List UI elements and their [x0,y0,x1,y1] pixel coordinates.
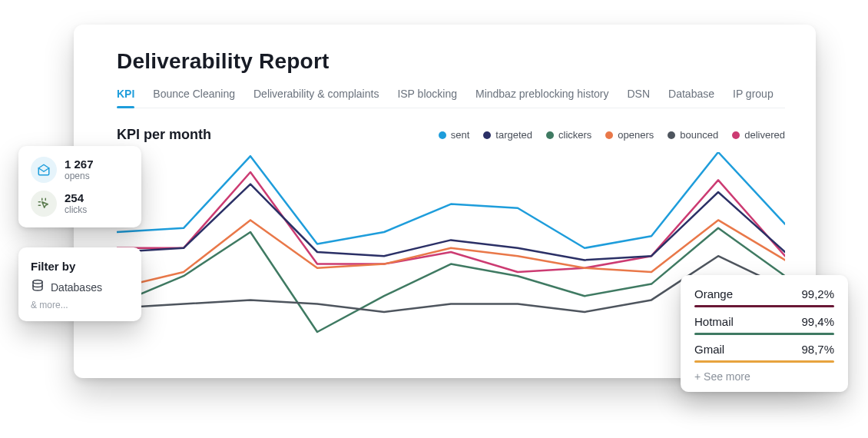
filter-title: Filter by [31,260,129,273]
series-sent [117,152,785,248]
isp-name: Orange [694,287,733,300]
tab-bounce-cleaning[interactable]: Bounce Cleaning [153,88,235,108]
legend-label: openers [618,129,654,141]
tab-kpi[interactable]: KPI [117,88,134,108]
stat-clicks: 254 clicks [31,191,129,217]
svg-point-0 [33,280,42,284]
stat-opens: 1 267 opens [31,157,129,183]
legend-sent: sent [439,129,470,141]
stat-clicks-label: clicks [65,204,87,215]
legend-dot-icon [732,131,740,139]
isp-row-orange: Orange99,2% [694,287,834,307]
legend-delivered: delivered [732,129,785,141]
isp-see-more[interactable]: + See more [694,370,834,383]
isp-name: Hotmail [694,315,734,328]
legend-label: sent [451,129,470,141]
tab-dsn[interactable]: DSN [628,88,651,108]
filter-more[interactable]: & more... [31,300,129,310]
legend-label: clickers [558,129,591,141]
stat-opens-value: 1 267 [65,158,94,171]
filter-databases[interactable]: Databases [31,279,129,295]
legend-dot-icon [546,131,554,139]
isp-row-hotmail: Hotmail99,4% [694,315,834,335]
page-title: Deliverability Report [117,49,785,74]
envelope-icon [31,157,57,183]
tab-ip-group[interactable]: IP group [733,88,774,108]
tab-deliverability-complaints[interactable]: Deliverability & complaints [253,88,379,108]
filter-card: Filter by Databases & more... [18,247,141,321]
isp-bar [694,360,834,363]
legend-label: bounced [680,129,718,141]
chart-legend: senttargetedclickersopenersbounceddelive… [439,129,785,141]
tab-database[interactable]: Database [668,88,714,108]
stat-clicks-value: 254 [65,192,87,205]
legend-label: delivered [744,129,785,141]
isp-name: Gmail [694,343,724,356]
stats-card: 1 267 opens 254 clicks [18,146,141,227]
stat-opens-label: opens [65,171,94,181]
legend-bounced: bounced [668,129,718,141]
legend-openers: openers [605,129,654,141]
tab-mindbaz-preblocking-history[interactable]: Mindbaz preblocking history [475,88,609,108]
legend-dot-icon [439,131,446,139]
filter-item-label: Databases [51,281,102,294]
database-icon [31,279,45,295]
isp-row-gmail: Gmail98,7% [694,343,834,363]
isp-bar [694,333,834,335]
legend-label: targeted [495,129,532,141]
chart-title: KPI per month [117,127,211,143]
tabs-bar: KPIBounce CleaningDeliverability & compl… [117,88,785,108]
chart-header: KPI per month senttargetedclickersopener… [117,127,785,143]
legend-dot-icon [668,131,675,139]
isp-card: Orange99,2%Hotmail99,4%Gmail98,7% + See … [681,275,848,392]
legend-clickers: clickers [546,129,591,141]
isp-bar [694,305,834,307]
isp-value: 98,7% [801,343,834,356]
tab-isp-blocking[interactable]: ISP blocking [397,88,457,108]
legend-dot-icon [483,131,491,139]
cursor-click-icon [31,191,57,217]
isp-value: 99,2% [801,287,834,300]
isp-value: 99,4% [801,315,834,328]
legend-targeted: targeted [483,129,532,141]
legend-dot-icon [605,131,613,139]
